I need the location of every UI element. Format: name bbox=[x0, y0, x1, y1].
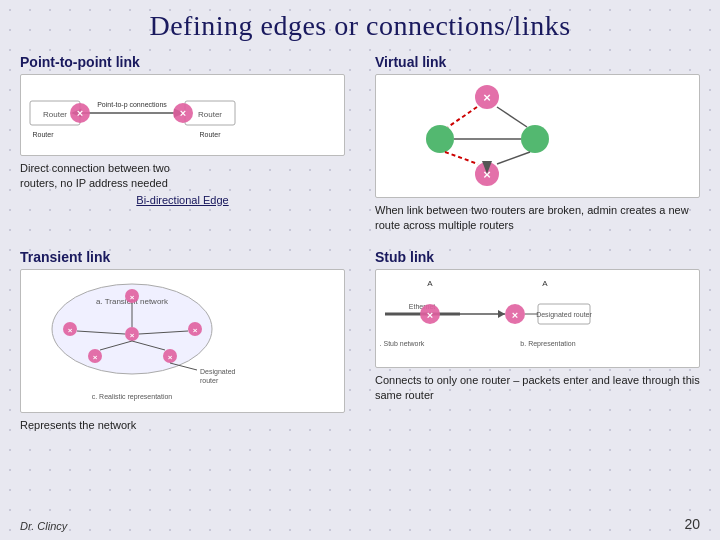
ptp-diagram-wrapper: Router Router bbox=[20, 74, 345, 156]
svg-text:×: × bbox=[130, 331, 135, 340]
transient-diagram-wrapper: a. Transient network × × × × bbox=[20, 269, 345, 413]
svg-text:c. Realistic representation: c. Realistic representation bbox=[92, 393, 173, 401]
virtual-diagram-wrapper: × × bbox=[375, 74, 700, 198]
svg-line-19 bbox=[497, 107, 527, 127]
svg-text:×: × bbox=[483, 90, 491, 105]
svg-text:×: × bbox=[130, 293, 135, 302]
stub-diagram: A A a. Stub network b. Representation Et… bbox=[380, 274, 595, 359]
ptp-title: Point-to-point link bbox=[20, 54, 345, 70]
top-sections: Point-to-point link Router Router bbox=[20, 54, 700, 234]
transient-title: Transient link bbox=[20, 249, 345, 265]
svg-text:A: A bbox=[427, 279, 433, 288]
svg-point-15 bbox=[521, 125, 549, 153]
ptp-diagram: Router Router bbox=[25, 79, 240, 147]
virtual-section: Virtual link × × bbox=[375, 54, 700, 234]
svg-text:Router: Router bbox=[198, 110, 222, 119]
virtual-title: Virtual link bbox=[375, 54, 700, 70]
svg-line-18 bbox=[448, 107, 477, 127]
svg-text:×: × bbox=[93, 353, 98, 362]
svg-text:×: × bbox=[180, 107, 186, 119]
ptp-desc1: Direct connection between two routers, n… bbox=[20, 161, 345, 192]
bottom-sections: Transient link a. Transient network × × bbox=[20, 249, 700, 433]
svg-text:b. Representation: b. Representation bbox=[520, 340, 575, 348]
virtual-diagram: × × bbox=[380, 79, 595, 189]
svg-text:×: × bbox=[68, 326, 73, 335]
svg-text:a. Stub network: a. Stub network bbox=[380, 340, 425, 347]
svg-text:A: A bbox=[542, 279, 548, 288]
slide-page: Defining edges or connections/links Poin… bbox=[0, 0, 720, 540]
transient-section: Transient link a. Transient network × × bbox=[20, 249, 345, 433]
ptp-section: Point-to-point link Router Router bbox=[20, 54, 345, 234]
transient-desc: Represents the network bbox=[20, 418, 345, 433]
svg-line-21 bbox=[497, 152, 530, 164]
svg-line-20 bbox=[445, 152, 478, 164]
svg-text:Designated router: Designated router bbox=[536, 311, 592, 319]
svg-text:×: × bbox=[427, 309, 433, 321]
svg-text:router: router bbox=[200, 377, 219, 384]
transient-diagram: a. Transient network × × × × bbox=[25, 274, 240, 404]
footer-author: Dr. Clincy bbox=[20, 520, 67, 532]
svg-text:Router: Router bbox=[32, 131, 54, 138]
svg-text:×: × bbox=[512, 309, 518, 321]
svg-text:Designated: Designated bbox=[200, 368, 236, 376]
svg-text:×: × bbox=[193, 326, 198, 335]
footer-page-number: 20 bbox=[684, 516, 700, 532]
svg-point-14 bbox=[426, 125, 454, 153]
stub-title: Stub link bbox=[375, 249, 700, 265]
slide-title: Defining edges or connections/links bbox=[20, 10, 700, 42]
svg-text:Router: Router bbox=[43, 110, 67, 119]
svg-text:×: × bbox=[77, 107, 83, 119]
svg-text:×: × bbox=[168, 353, 173, 362]
ptp-sublabel: Bi-directional Edge bbox=[20, 194, 345, 206]
virtual-desc: When link between two routers are broken… bbox=[375, 203, 700, 234]
stub-desc: Connects to only one router – packets en… bbox=[375, 373, 700, 404]
svg-marker-61 bbox=[498, 310, 505, 318]
stub-section: Stub link A A a. Stub network b. Represe… bbox=[375, 249, 700, 433]
stub-diagram-wrapper: A A a. Stub network b. Representation Et… bbox=[375, 269, 700, 368]
svg-text:Point-to-p connections: Point-to-p connections bbox=[97, 101, 167, 109]
svg-text:Router: Router bbox=[199, 131, 221, 138]
